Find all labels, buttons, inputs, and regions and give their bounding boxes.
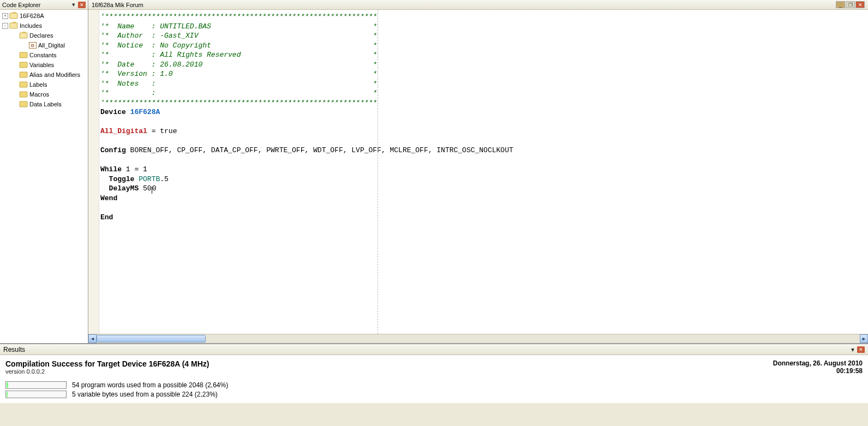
folder-icon [19,100,29,109]
version-label: version 0.0.0.2 [5,368,209,375]
window-controls: _ ❐ ✕ [836,1,865,8]
variable-bytes-stat: 5 variable bytes used from a possible 22… [5,391,863,398]
time-label: 00:19:58 [773,367,863,375]
tree-item-label: Declares [29,32,53,39]
code-content[interactable]: '***************************************… [99,10,868,334]
tree-item-label: All_Digital [38,42,65,49]
folder-icon [19,51,29,59]
scroll-left-button[interactable]: ◄ [88,334,97,343]
folder-icon [19,70,29,79]
tree-item-label: Data Labels [29,101,62,107]
code-editor[interactable]: '***************************************… [88,10,868,334]
horizontal-scrollbar[interactable]: ◄ ► [88,334,868,343]
svg-rect-5 [20,72,27,77]
tree-item-alias-and-modifiers[interactable]: Alias and Modifiers [0,70,88,80]
tree-item-constants[interactable]: Constants [0,50,88,60]
text-caret [152,187,152,194]
tree-item-data-labels[interactable]: Data Labels [0,99,88,109]
close-button[interactable]: ✕ [855,1,865,8]
svg-rect-4 [20,62,27,68]
svg-rect-2 [20,33,27,38]
definition-icon: D [29,42,37,49]
variable-bytes-progress [5,391,67,398]
tree-item-label: Constants [29,52,57,58]
svg-rect-3 [20,52,27,58]
tree-item-macros[interactable]: Macros [0,89,88,99]
svg-rect-6 [20,82,27,87]
folder-icon [19,61,29,69]
folder-icon [19,90,29,99]
results-body: Compilation Success for Target Device 16… [0,355,868,403]
program-words-progress [5,381,67,389]
timestamp-block: Donnerstag, 26. August 2010 00:19:58 [773,359,863,375]
tree-item-label: Variables [29,62,54,68]
svg-rect-0 [10,13,17,19]
panel-menu-dropdown[interactable]: ▾ [70,1,77,8]
editor-title: 16f628a Mik Forum [92,2,836,8]
editor-titlebar: 16f628a Mik Forum _ ❐ ✕ [88,0,868,10]
tree-item-declares[interactable]: Declares [0,31,88,40]
tree-item-variables[interactable]: Variables [0,60,88,70]
close-panel-button[interactable]: ✕ [78,2,86,8]
tree-item-label: Includes [20,22,42,29]
tree-item-all_digital[interactable]: DAll_Digital [0,40,88,50]
results-titlebar: Results ▾ ✕ [0,344,868,355]
folder-icon [9,21,20,30]
code-explorer-title: Code Explorer [2,2,70,8]
tree-item-16f628a[interactable]: +16F628A [0,11,88,21]
tree-expander-icon[interactable]: - [2,23,8,29]
svg-rect-7 [20,92,27,97]
tree-item-label: 16F628A [20,13,44,19]
results-title: Results [3,346,849,353]
folder-icon [19,80,29,89]
print-margin-line [378,10,378,334]
code-explorer-titlebar: Code Explorer ▾ ✕ [0,0,88,10]
tree-item-label: Alias and Modifiers [29,71,80,78]
tree-item-label: Labels [29,81,47,88]
tree-item-includes[interactable]: -Includes [0,21,88,31]
scroll-right-button[interactable]: ► [860,334,868,343]
folder-icon [9,11,20,20]
date-label: Donnerstag, 26. August 2010 [773,359,863,367]
program-words-stat: 54 program words used from a possible 20… [5,381,863,389]
tree-expander-icon[interactable]: + [2,13,8,19]
minimize-button[interactable]: _ [836,1,845,8]
results-close-button[interactable]: ✕ [857,346,865,353]
tree-item-label: Macros [29,91,49,98]
compilation-status: Compilation Success for Target Device 16… [5,359,209,368]
results-panel: Results ▾ ✕ Compilation Success for Targ… [0,343,868,403]
tree-item-labels[interactable]: Labels [0,80,88,89]
svg-rect-1 [10,23,17,28]
svg-rect-8 [20,101,27,107]
editor-gutter [88,10,99,334]
maximize-button[interactable]: ❐ [846,1,855,8]
results-menu-dropdown[interactable]: ▾ [849,346,856,353]
code-explorer-tree[interactable]: +16F628A-IncludesDeclaresDAll_DigitalCon… [0,10,88,343]
folder-icon [19,31,29,40]
code-explorer-panel: Code Explorer ▾ ✕ +16F628A-IncludesDecla… [0,0,88,343]
editor-panel: 16f628a Mik Forum _ ❐ ✕ '***************… [88,0,868,343]
scroll-thumb[interactable] [97,335,206,343]
scroll-track[interactable] [97,334,860,343]
